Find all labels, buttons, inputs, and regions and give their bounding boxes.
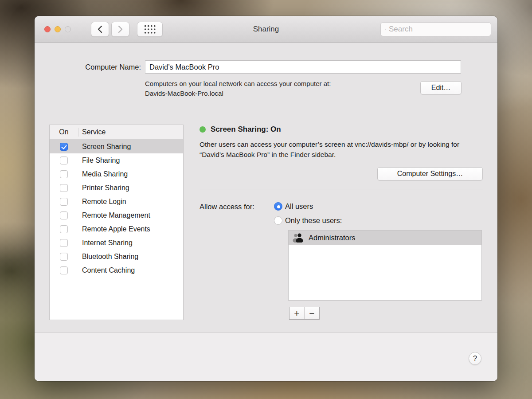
service-label: File Sharing (78, 156, 120, 164)
services-table-header: On Service (50, 125, 183, 140)
radio-row-only-these-users: Only these users: (274, 216, 342, 225)
service-row[interactable]: Bluetooth Sharing (50, 250, 183, 263)
service-checkbox[interactable] (60, 143, 68, 151)
help-button[interactable]: ? (469, 352, 481, 365)
all-users-label: All users (285, 202, 313, 211)
service-checkbox[interactable] (60, 253, 68, 261)
service-row[interactable]: Remote Apple Events (50, 222, 183, 236)
service-checkbox[interactable] (60, 225, 68, 233)
user-group-row[interactable]: Administrators (289, 231, 481, 245)
service-row[interactable]: File Sharing (50, 153, 183, 167)
service-checkbox-cell (50, 239, 78, 247)
service-row[interactable]: Remote Login (50, 195, 183, 208)
service-checkbox[interactable] (60, 211, 68, 219)
service-row[interactable]: Internet Sharing (50, 236, 183, 250)
service-checkbox-cell (50, 253, 78, 261)
computer-name-label: Computer Name: (35, 63, 141, 71)
service-label: Remote Login (78, 198, 126, 206)
show-all-preferences-button[interactable] (137, 22, 163, 37)
search-field[interactable] (380, 22, 491, 36)
computer-settings-button[interactable]: Computer Settings… (377, 167, 483, 180)
remove-user-button[interactable]: − (305, 307, 319, 319)
allowed-users-list: Administrators (288, 230, 482, 301)
forward-button[interactable] (111, 22, 129, 37)
user-rows: Administrators (289, 231, 481, 245)
column-divider (78, 128, 78, 137)
service-checkbox[interactable] (60, 239, 68, 247)
status-green-dot (200, 126, 206, 133)
service-checkbox-cell (50, 143, 78, 151)
service-checkbox[interactable] (60, 184, 68, 192)
service-checkbox-cell (50, 266, 78, 274)
add-remove-button-group: + − (289, 307, 320, 320)
service-checkbox[interactable] (60, 198, 68, 206)
only-these-users-radio[interactable] (274, 216, 282, 225)
computer-name-section: Computer Name: Computers on your local n… (35, 43, 497, 108)
computer-name-description: Computers on your local network can acce… (145, 79, 331, 98)
service-label: Bluetooth Sharing (78, 253, 138, 261)
only-these-users-label: Only these users: (285, 216, 342, 225)
edit-button[interactable]: Edit… (420, 81, 462, 94)
grid-icon (145, 25, 156, 34)
search-input[interactable] (389, 25, 487, 34)
computer-name-description-line2: Davids-MacBook-Pro.local (145, 89, 331, 98)
service-status-row: Screen Sharing: On (200, 125, 281, 134)
service-checkbox-cell (50, 225, 78, 233)
service-row[interactable]: Media Sharing (50, 167, 183, 181)
chevron-right-icon (118, 25, 123, 33)
group-icon (292, 233, 304, 243)
service-checkbox-cell (50, 211, 78, 219)
title-bar: Sharing (35, 16, 497, 43)
user-group-name: Administrators (309, 234, 355, 242)
service-label: Screen Sharing (78, 143, 131, 151)
service-status-title: Screen Sharing: On (211, 125, 281, 134)
search-icon (385, 26, 386, 33)
add-user-button[interactable]: + (289, 307, 304, 319)
service-checkbox-cell (50, 198, 78, 206)
services-table: On Service Screen SharingFile SharingMed… (49, 125, 184, 320)
column-header-service: Service (78, 128, 106, 136)
service-description: Other users can access your computer’s s… (200, 139, 475, 160)
service-checkbox[interactable] (60, 266, 68, 274)
service-row[interactable]: Screen Sharing (50, 140, 183, 153)
service-label: Remote Management (78, 211, 150, 219)
footer-bar: ? (35, 332, 497, 381)
all-users-radio[interactable] (274, 202, 282, 211)
service-checkbox-cell (50, 184, 78, 192)
service-checkbox-cell (50, 156, 78, 164)
computer-name-input[interactable] (145, 60, 461, 74)
panel-divider (200, 189, 483, 189)
service-row[interactable]: Printer Sharing (50, 181, 183, 195)
computer-name-description-line1: Computers on your local network can acce… (145, 79, 331, 89)
main-content: On Service Screen SharingFile SharingMed… (35, 108, 497, 332)
allow-access-label: Allow access for: (200, 203, 254, 211)
chevron-left-icon (98, 25, 102, 33)
service-row[interactable]: Content Caching (50, 263, 183, 277)
service-checkbox-cell (50, 170, 78, 178)
service-checkbox[interactable] (60, 156, 68, 164)
service-label: Media Sharing (78, 170, 128, 178)
back-button[interactable] (91, 22, 109, 37)
radio-row-all-users: All users (274, 202, 313, 211)
column-header-on: On (50, 128, 78, 136)
services-rows: Screen SharingFile SharingMedia SharingP… (50, 140, 183, 277)
service-label: Printer Sharing (78, 184, 129, 192)
service-label: Internet Sharing (78, 239, 133, 247)
service-checkbox[interactable] (60, 170, 68, 178)
service-label: Remote Apple Events (78, 225, 150, 233)
service-label: Content Caching (78, 266, 135, 274)
service-row[interactable]: Remote Management (50, 208, 183, 222)
sharing-preferences-window: Sharing Compu (35, 16, 497, 381)
